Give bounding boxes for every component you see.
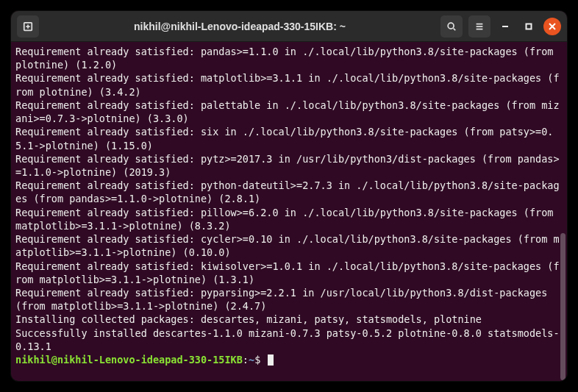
window-title: nikhil@nikhil-Lenovo-ideapad-330-15IKB: … xyxy=(45,21,435,32)
prompt-symbol: $ xyxy=(254,354,260,366)
menu-button[interactable] xyxy=(468,15,490,38)
svg-point-3 xyxy=(448,23,454,29)
svg-rect-9 xyxy=(527,24,532,29)
prompt: nikhil@nikhil-Lenovo-ideapad-330-15IKB:~… xyxy=(15,354,274,366)
terminal-body[interactable]: Requirement already satisfied: pandas>=1… xyxy=(11,42,567,381)
prompt-path: ~ xyxy=(249,354,254,366)
close-icon xyxy=(549,23,556,30)
new-tab-button[interactable] xyxy=(17,15,39,38)
maximize-button[interactable] xyxy=(520,18,538,35)
minimize-button[interactable] xyxy=(496,18,514,35)
prompt-userhost: nikhil@nikhil-Lenovo-ideapad-330-15IKB xyxy=(15,354,243,366)
scrollbar-thumb[interactable] xyxy=(560,233,565,380)
terminal-window: nikhil@nikhil-Lenovo-ideapad-330-15IKB: … xyxy=(11,11,567,381)
titlebar: nikhil@nikhil-Lenovo-ideapad-330-15IKB: … xyxy=(11,11,567,42)
new-tab-icon xyxy=(23,21,33,32)
search-button[interactable] xyxy=(440,15,463,38)
minimize-icon xyxy=(502,23,509,30)
cursor xyxy=(268,354,274,366)
close-button[interactable] xyxy=(543,18,561,35)
svg-line-4 xyxy=(454,28,456,30)
hamburger-icon xyxy=(474,21,485,32)
maximize-icon xyxy=(525,23,532,30)
terminal-output: Requirement already satisfied: pandas>=1… xyxy=(15,46,560,352)
prompt-colon: : xyxy=(243,354,249,366)
search-icon xyxy=(446,21,457,32)
